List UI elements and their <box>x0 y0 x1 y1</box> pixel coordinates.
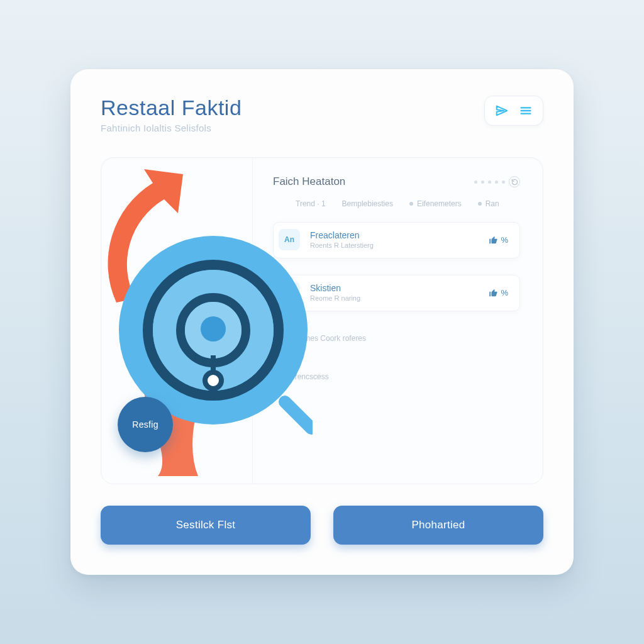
option-row[interactable]: erencscess <box>275 372 520 381</box>
stats-list: An Freaclateren Roents R Laterstierg % A… <box>273 222 520 311</box>
options-subsection: Snomes Coork roferes erencscess <box>273 334 520 381</box>
tab-label: Ran <box>486 199 499 208</box>
svg-point-10 <box>205 372 221 389</box>
footer-actions: Sestilck Flst Phohartied <box>101 506 543 545</box>
item-subtitle: Reome R naring <box>310 294 479 302</box>
item-text: Skistien Reome R naring <box>310 283 479 302</box>
primary-action-button-right[interactable]: Phohartied <box>333 506 543 545</box>
tab-bemple[interactable]: Bemplebiesties <box>342 199 393 208</box>
item-metric-value: % <box>501 235 508 245</box>
option-row[interactable]: Snomes Coork roferes <box>275 334 520 343</box>
thumbs-up-icon <box>489 288 498 297</box>
item-text: Freaclateren Roents R Laterstierg <box>310 230 479 249</box>
thumbs-up-icon <box>489 235 498 245</box>
menu-icon[interactable] <box>518 103 534 119</box>
header-row: Restaal Faktid Fahtinich Iolaltis Selisf… <box>101 96 543 133</box>
tab-label: Eifenemeters <box>417 199 462 208</box>
main-panel: Resfig Faich Heataton Tr <box>101 157 543 484</box>
bullet-icon <box>278 355 282 360</box>
resfig-badge: Resfig <box>118 397 173 452</box>
indicator-dot <box>481 180 484 184</box>
item-metric: % <box>489 235 508 245</box>
checkbox-icon[interactable] <box>275 334 284 343</box>
primary-action-button-left[interactable]: Sestilck Flst <box>101 506 311 545</box>
panel-title-row: Faich Heataton <box>273 175 520 188</box>
tab-ran[interactable]: Ran <box>478 199 499 208</box>
list-item[interactable]: An Freaclateren Roents R Laterstierg % <box>273 222 520 258</box>
tab-trend[interactable]: Trend · 1 <box>296 199 326 208</box>
header-actions <box>484 96 543 126</box>
item-badge-icon: An <box>279 282 300 303</box>
svg-point-6 <box>180 297 246 363</box>
item-metric: % <box>489 288 508 297</box>
item-subtitle: Roents R Laterstierg <box>310 242 479 249</box>
item-metric-value: % <box>501 288 508 297</box>
tab-eifen[interactable]: Eifenemeters <box>409 199 462 208</box>
option-row[interactable] <box>275 355 520 360</box>
svg-point-7 <box>185 302 242 358</box>
tab-label: Bemplebiesties <box>342 199 393 208</box>
item-badge-icon: An <box>279 229 300 250</box>
tab-dot-icon <box>409 202 413 206</box>
panel-title-controls <box>474 176 520 187</box>
option-label: Snomes Coork roferes <box>291 334 366 343</box>
panel-content: Faich Heataton Trend · 1 Bempl <box>252 158 543 484</box>
send-icon[interactable] <box>494 103 510 119</box>
indicator-dot <box>502 180 505 184</box>
indicator-dot <box>495 180 498 184</box>
refresh-icon[interactable] <box>509 176 520 187</box>
tab-dot-icon <box>478 202 482 206</box>
title-block: Restaal Faktid Fahtinich Iolaltis Selisf… <box>101 96 242 133</box>
resfig-badge-label: Resfig <box>132 419 158 430</box>
item-title: Skistien <box>310 283 479 293</box>
main-card: Restaal Faktid Fahtinich Iolaltis Selisf… <box>70 69 574 575</box>
tab-label: Trend · 1 <box>296 199 326 208</box>
indicator-dot <box>474 180 477 184</box>
item-title: Freaclateren <box>310 230 479 240</box>
list-item[interactable]: An Skistien Reome R naring % <box>273 275 520 311</box>
svg-point-8 <box>201 316 226 341</box>
option-label: erencscess <box>291 372 329 381</box>
indicator-dot <box>488 180 491 184</box>
page-title: Restaal Faktid <box>101 96 242 120</box>
panel-title: Faich Heataton <box>273 175 345 188</box>
page-subtitle: Fahtinich Iolaltis Selisfols <box>101 123 242 133</box>
panel-graphic-area: Resfig <box>101 158 252 484</box>
tab-row: Trend · 1 Bemplebiesties Eifenemeters Ra… <box>273 199 520 208</box>
